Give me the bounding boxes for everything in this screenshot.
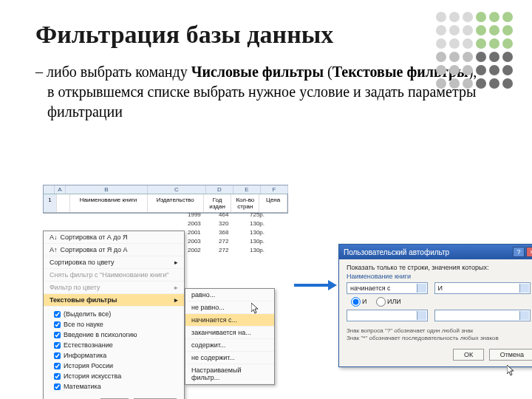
- dialog-buttons: ОК Отмена: [347, 349, 532, 361]
- dialog-titlebar[interactable]: Пользовательский автофильтр ? ×: [339, 245, 532, 259]
- sm-custom[interactable]: Настраиваемый фильтр...: [185, 364, 274, 384]
- hdr-cell[interactable]: Цена: [259, 194, 287, 212]
- dot: [489, 65, 499, 75]
- check-item[interactable]: Информатика: [48, 350, 180, 361]
- chk-label: Все по науке: [64, 321, 103, 328]
- dialog-title-label: Пользовательский автофильтр: [344, 248, 449, 256]
- hdr-cell[interactable]: Наименование книги: [70, 194, 148, 212]
- checkbox[interactable]: [54, 342, 61, 349]
- filter-by-color: Фильтр по цвету▸: [44, 282, 184, 294]
- body-paragraph: – либо выбрать команду Числовые фильтры …: [35, 62, 480, 122]
- dialog-cancel-button[interactable]: Отмена: [489, 349, 532, 361]
- col-letter: F: [261, 185, 288, 194]
- chevron-right-icon: ▸: [174, 284, 178, 291]
- dot: [502, 12, 513, 22]
- help-button[interactable]: ?: [513, 247, 525, 257]
- clear-filter: Снять фильтр с "Наименование книги": [44, 269, 184, 282]
- chk-label: Введение в психологию: [64, 331, 137, 338]
- data-cell: 130р.: [250, 228, 275, 237]
- dot: [463, 52, 473, 62]
- sm-begins-with[interactable]: начинается с...: [185, 314, 274, 327]
- val1-combo[interactable]: И: [434, 282, 531, 294]
- data-cell: 464: [219, 211, 244, 219]
- cursor-icon: [251, 303, 259, 315]
- dot: [463, 65, 473, 75]
- dot: [489, 78, 499, 89]
- dot: [436, 78, 446, 89]
- op1-combo[interactable]: начинается с: [347, 282, 428, 294]
- chk-label: Математика: [64, 383, 101, 390]
- dialog-show-rows-label: Показать только те строки, значения кото…: [347, 264, 532, 271]
- check-select-all[interactable]: (Выделить все): [48, 309, 180, 319]
- op2-combo[interactable]: [347, 310, 428, 321]
- checkbox[interactable]: [54, 373, 61, 380]
- dot: [502, 52, 513, 62]
- radio-or-label: ИЛИ: [387, 298, 401, 305]
- check-item[interactable]: Введение в психологию: [48, 330, 180, 340]
- chk-label: Естествознание: [64, 341, 113, 349]
- checkbox[interactable]: [54, 363, 61, 369]
- sort-az[interactable]: A↓Сортировка от А до Я: [44, 231, 184, 244]
- check-item[interactable]: Все по науке: [48, 319, 180, 330]
- dot: [463, 25, 473, 35]
- radio-or-input[interactable]: [376, 297, 386, 307]
- dot: [449, 52, 460, 62]
- data-cell: 2003: [188, 237, 213, 246]
- sort-za[interactable]: A↑Сортировка от Я до А: [44, 244, 184, 256]
- check-item[interactable]: История России: [48, 361, 180, 371]
- data-cell: 130р.: [250, 219, 275, 228]
- chk-label: История искусства: [64, 372, 121, 380]
- radio-and[interactable]: И: [351, 298, 366, 305]
- op1-value: начинается с: [350, 284, 391, 292]
- illustration: A B C D E F 1 Наименование книги Издател…: [43, 185, 501, 377]
- filter-footer: ОК Отмена: [44, 394, 184, 399]
- checkbox[interactable]: [54, 311, 61, 318]
- hdr-cell[interactable]: Кол-во стран: [231, 194, 259, 212]
- dot: [436, 12, 446, 22]
- checkbox[interactable]: [54, 383, 61, 390]
- check-item[interactable]: Естествознание: [48, 340, 180, 350]
- check-item[interactable]: Математика: [48, 381, 180, 392]
- hdr-cell[interactable]: Год издан: [204, 194, 232, 212]
- dot: [463, 38, 473, 49]
- cursor-icon: [507, 365, 515, 377]
- close-button[interactable]: ×: [526, 247, 532, 257]
- check-item[interactable]: История искусства: [48, 371, 180, 381]
- hdr-cell[interactable]: Издательство: [148, 194, 204, 212]
- val2-combo[interactable]: [434, 310, 531, 321]
- dot: [449, 78, 460, 89]
- spreadsheet: A B C D E F 1 Наименование книги Издател…: [43, 185, 288, 214]
- data-values: 1999464725р.2003320130р.2001368130р.2003…: [188, 211, 275, 255]
- dot: [463, 78, 473, 89]
- dot: [476, 52, 486, 62]
- dot: [489, 12, 499, 22]
- dot-grid: [436, 12, 513, 89]
- checkbox[interactable]: [54, 332, 61, 338]
- menu-label: Сортировка по цвету: [50, 259, 115, 266]
- radio-or[interactable]: ИЛИ: [376, 298, 401, 305]
- text-filters[interactable]: Текстовые фильтры▸: [44, 294, 184, 307]
- sort-by-color[interactable]: Сортировка по цвету▸: [44, 256, 184, 269]
- sm-not-equals[interactable]: не равно...: [185, 301, 274, 314]
- arrow-icon: [294, 281, 338, 290]
- data-cell: 2002: [188, 246, 213, 255]
- sm-equals[interactable]: равно...: [185, 289, 274, 301]
- dash: –: [35, 64, 47, 80]
- dialog-ok-button[interactable]: ОК: [453, 349, 484, 361]
- sm-contains[interactable]: содержит...: [185, 339, 274, 352]
- sm-not-contains[interactable]: не содержит...: [185, 352, 274, 364]
- dot: [476, 12, 486, 22]
- text-filters-submenu: равно... не равно... начинается с... зак…: [185, 288, 275, 385]
- menu-label: Сортировка от Я до А: [61, 246, 128, 253]
- hint-line: Знак вопроса "?" обозначает один любой з…: [347, 327, 532, 335]
- sm-ends-with[interactable]: заканчивается на...: [185, 327, 274, 339]
- col-letter: [44, 185, 55, 194]
- radio-and-input[interactable]: [351, 297, 361, 307]
- checkbox[interactable]: [54, 352, 61, 359]
- checkbox[interactable]: [54, 321, 61, 328]
- hdr-cell: [57, 194, 70, 212]
- dot: [489, 38, 499, 49]
- column-letters-row: A B C D E F: [44, 185, 287, 194]
- dot: [476, 38, 486, 49]
- menu-label: Снять фильтр с "Наименование книги": [50, 271, 168, 279]
